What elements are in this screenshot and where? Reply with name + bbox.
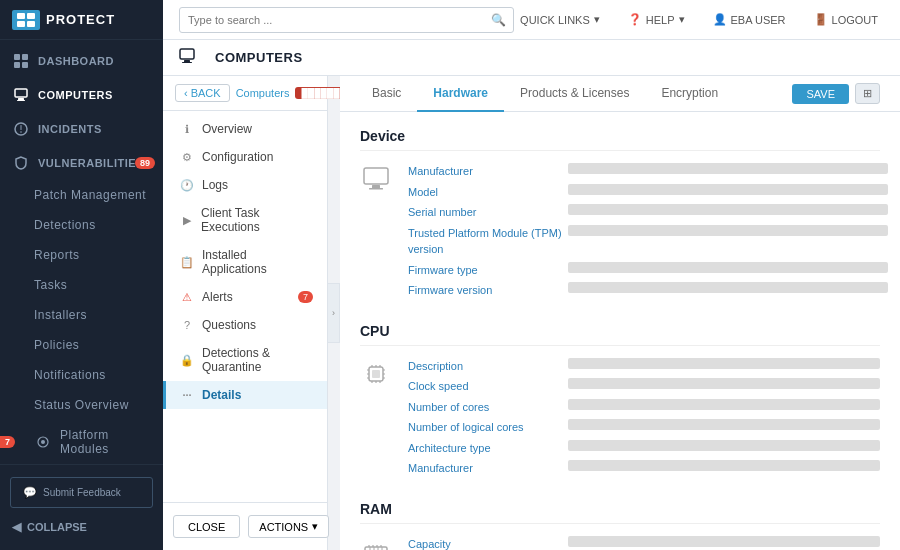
submit-feedback-button[interactable]: 💬 Submit Feedback — [10, 477, 153, 508]
collapse-icon: ◀ — [12, 520, 21, 534]
ram-capacity-field: Capacity — [408, 536, 880, 551]
tab-icon-btn-1[interactable]: ⊞ — [855, 83, 880, 104]
svg-rect-17 — [184, 60, 190, 62]
detail-nav-label-overview: Overview — [202, 122, 252, 136]
expand-handle: › — [328, 76, 340, 550]
alert-icon: ⚠ — [180, 291, 194, 304]
user-button[interactable]: 👤 EBA USER — [707, 11, 792, 28]
quick-links-button[interactable]: QUICK LINKS ▾ — [514, 11, 606, 28]
detail-nav-item-alerts[interactable]: ⚠ Alerts 7 — [163, 283, 327, 311]
detail-panel: ‹ BACK Computers ████████ ℹ Overview ⚙ — [163, 76, 900, 550]
device-section: Device Manufacturer — [360, 128, 880, 303]
detail-nav-item-client-tasks[interactable]: ▶ Client Task Executions — [163, 199, 327, 241]
search-icon: 🔍 — [491, 13, 506, 27]
sidebar-item-incidents[interactable]: INCIDENTS — [0, 112, 163, 146]
actions-dropdown-button[interactable]: ACTIONS ▾ — [248, 515, 329, 538]
quick-links-label: QUICK LINKS — [520, 14, 590, 26]
expand-btn[interactable]: › — [328, 283, 340, 343]
device-model-value — [568, 184, 888, 195]
back-button[interactable]: ‹ BACK — [175, 84, 230, 102]
computer-icon — [12, 86, 30, 104]
device-serial-label: Serial number — [408, 204, 568, 221]
logout-label: LOGOUT — [832, 14, 878, 26]
svg-rect-20 — [372, 185, 380, 188]
sidebar-item-notifications[interactable]: Notifications — [0, 360, 163, 390]
logout-button[interactable]: 🚪 LOGOUT — [808, 11, 884, 28]
detail-breadcrumb: ‹ BACK Computers ████████ — [163, 76, 327, 111]
detail-nav-label-client-tasks: Client Task Executions — [201, 206, 313, 234]
hardware-body: Device Manufacturer — [340, 112, 900, 550]
detail-nav-label-alerts: Alerts — [202, 290, 233, 304]
sidebar-item-patch-management[interactable]: Patch Management — [0, 180, 163, 210]
user-label: EBA USER — [731, 14, 786, 26]
sidebar-item-policies[interactable]: Policies — [0, 330, 163, 360]
device-firmware-version-value — [568, 282, 888, 293]
svg-rect-10 — [17, 100, 25, 101]
sidebar-item-dashboard[interactable]: DASHBOARD — [0, 44, 163, 78]
topbar: 🔍 QUICK LINKS ▾ ❓ HELP ▾ 👤 EBA USER 🚪 LO… — [163, 0, 900, 40]
ram-section-content: Capacity Clock speed Manufacturer — [360, 536, 880, 551]
sidebar-item-label-reports: Reports — [34, 248, 80, 262]
detail-nav-item-installed-apps[interactable]: 📋 Installed Applications — [163, 241, 327, 283]
detail-nav-item-configuration[interactable]: ⚙ Configuration — [163, 143, 327, 171]
computers-breadcrumb-link[interactable]: Computers — [236, 87, 290, 99]
sidebar-item-reports[interactable]: Reports — [0, 240, 163, 270]
svg-rect-36 — [365, 547, 387, 551]
sidebar-item-computers[interactable]: COMPUTERS — [0, 78, 163, 112]
sidebar-item-label-installers: Installers — [34, 308, 87, 322]
detail-nav-bottom: CLOSE ACTIONS ▾ — [163, 502, 327, 550]
tab-basic[interactable]: Basic — [356, 76, 417, 112]
tab-products-licenses[interactable]: Products & Licenses — [504, 76, 645, 112]
cpu-description-value — [568, 358, 880, 369]
help-button[interactable]: ❓ HELP ▾ — [622, 11, 691, 28]
device-manufacturer-value — [568, 163, 888, 174]
tab-actions: SAVE ⊞ — [788, 76, 884, 111]
device-icon — [360, 163, 392, 195]
svg-rect-7 — [22, 62, 28, 68]
detail-nav-label-detections: Detections & Quarantine — [202, 346, 313, 374]
submit-feedback-label: Submit Feedback — [43, 487, 121, 498]
detail-nav-item-detections[interactable]: 🔒 Detections & Quarantine — [163, 339, 327, 381]
ram-section: RAM — [360, 501, 880, 551]
detail-nav: ‹ BACK Computers ████████ ℹ Overview ⚙ — [163, 76, 328, 550]
device-tpm-field: Trusted Platform Module (TPM) version — [408, 225, 888, 258]
cpu-arch-label: Architecture type — [408, 440, 568, 457]
cpu-arch-value — [568, 440, 880, 451]
sidebar-item-platform-modules[interactable]: Platform Modules 7 — [0, 420, 163, 464]
tab-encryption[interactable]: Encryption — [645, 76, 734, 112]
device-fields: Manufacturer Model Serial number — [408, 163, 888, 303]
device-firmware-type-value — [568, 262, 888, 273]
config-icon: ⚙ — [180, 151, 194, 164]
close-button[interactable]: CLOSE — [173, 515, 240, 538]
sidebar-item-tasks[interactable]: Tasks — [0, 270, 163, 300]
cpu-section-title: CPU — [360, 323, 880, 346]
actions-chevron: ▾ — [312, 520, 318, 533]
detail-content: Basic Hardware Products & Licenses Encry… — [340, 76, 900, 550]
sidebar-item-installers[interactable]: Installers — [0, 300, 163, 330]
detail-nav-item-overview[interactable]: ℹ Overview — [163, 115, 327, 143]
sidebar-item-label-patch: Patch Management — [34, 188, 146, 202]
detail-nav-item-details[interactable]: ··· Details — [163, 381, 327, 409]
collapse-button[interactable]: ◀ COLLAPSE — [0, 512, 163, 542]
sidebar-item-detections[interactable]: Detections — [0, 210, 163, 240]
platform-icon — [34, 433, 52, 451]
cpu-description-field: Description — [408, 358, 880, 375]
svg-rect-23 — [372, 370, 380, 378]
tab-hardware[interactable]: Hardware — [417, 76, 504, 112]
detail-nav-item-questions[interactable]: ? Questions — [163, 311, 327, 339]
search-input[interactable] — [179, 7, 514, 33]
search-box: 🔍 — [179, 7, 514, 33]
detail-nav-item-logs[interactable]: 🕐 Logs — [163, 171, 327, 199]
quick-links-chevron: ▾ — [594, 13, 600, 26]
help-label: HELP — [646, 14, 675, 26]
svg-rect-6 — [14, 62, 20, 68]
device-serial-value — [568, 204, 888, 215]
cpu-description-label: Description — [408, 358, 568, 375]
sidebar-item-status-overview[interactable]: Status Overview — [0, 390, 163, 420]
sidebar-item-vulnerabilities[interactable]: VULNERABILITIES 89 — [0, 146, 163, 180]
svg-point-13 — [20, 131, 22, 133]
dots-icon: ··· — [180, 389, 194, 401]
cpu-arch-field: Architecture type — [408, 440, 880, 457]
help-chevron: ▾ — [679, 13, 685, 26]
save-button[interactable]: SAVE — [792, 84, 849, 104]
